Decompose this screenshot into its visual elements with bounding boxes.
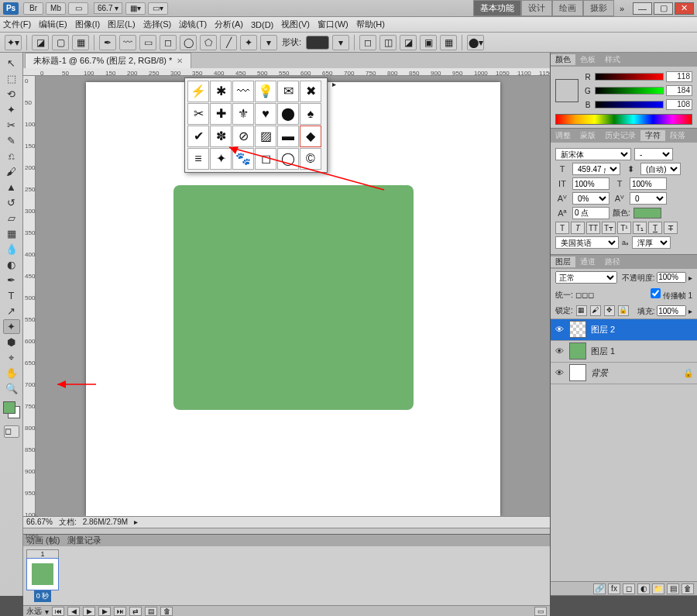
lock-transparency-icon[interactable]: ▦ (576, 305, 587, 316)
lock-all-icon[interactable]: 🔒 (618, 305, 629, 316)
font-style-select[interactable]: - (634, 148, 673, 160)
shape-preset-cell[interactable]: ✖ (300, 81, 321, 102)
r-slider[interactable] (595, 73, 664, 81)
visibility-toggle[interactable]: 👁 (554, 346, 565, 356)
superscript-button[interactable]: T¹ (617, 222, 631, 234)
layer-style-button[interactable]: fx (608, 583, 620, 594)
visibility-toggle[interactable]: 👁 (554, 325, 565, 334)
3d-camera-tool[interactable]: ⌖ (3, 350, 20, 365)
layer-row[interactable]: 👁 图层 1 (551, 341, 697, 363)
layer-name[interactable]: 图层 1 (591, 346, 615, 357)
timeline-mode-button[interactable]: ▭ (534, 607, 547, 616)
leading-input[interactable]: (自动) (640, 163, 681, 175)
strikethrough-button[interactable]: T̶ (664, 222, 678, 234)
shape-preset-cell[interactable]: ♥ (255, 103, 276, 125)
last-frame-button[interactable]: ⏭ (114, 607, 126, 616)
delete-frame-button[interactable]: 🗑 (160, 607, 173, 616)
propagate-checkbox[interactable]: 传播帧 1 (651, 288, 692, 301)
menu-image[interactable]: 图像(I) (75, 19, 100, 30)
small-caps-button[interactable]: Tᴛ (602, 222, 616, 234)
first-frame-button[interactable]: ⏮ (52, 607, 64, 616)
tab-adjustments[interactable]: 调整 (551, 130, 575, 141)
new-layer-button[interactable]: ▤ (667, 583, 679, 594)
tab-character[interactable]: 字符 (640, 130, 665, 141)
opacity-input[interactable] (657, 272, 686, 283)
tab-channels[interactable]: 通道 (575, 256, 600, 267)
tool-preset-picker[interactable]: ✦▾ (5, 35, 22, 50)
close-button[interactable]: ✕ (675, 2, 694, 15)
tab-history[interactable]: 历史记录 (600, 130, 640, 141)
shape-preset-cell[interactable]: ✱ (210, 81, 232, 102)
unify-position-icon[interactable]: ◻ (575, 291, 582, 299)
flyout-icon[interactable]: ▸ (332, 80, 336, 88)
history-brush-tool[interactable]: ↺ (3, 195, 20, 210)
blur-tool[interactable]: 💧 (3, 242, 20, 256)
crop-tool[interactable]: ✂ (3, 118, 20, 132)
horizontal-scrollbar[interactable] (23, 528, 550, 534)
maximize-button[interactable]: ▢ (654, 2, 673, 15)
underline-button[interactable]: T (648, 222, 662, 234)
zoom-selector[interactable]: 66.7 ▾ (94, 2, 122, 14)
group-button[interactable]: 📁 (652, 583, 664, 594)
shape-preset-cell[interactable]: ⬤ (277, 103, 299, 125)
antialias-select[interactable]: 浑厚 (632, 236, 671, 249)
workspace-tab-photography[interactable]: 摄影 (583, 0, 614, 16)
line-icon[interactable]: ╱ (220, 35, 237, 50)
fill-input[interactable] (657, 305, 686, 316)
quick-mask-button[interactable]: ◻ (4, 425, 19, 438)
loop-selector[interactable]: 永远 (26, 606, 42, 616)
document-tab[interactable]: 未标题-1 @ 66.7% (图层 2, RGB/8) * ✕ (25, 53, 191, 68)
minimize-button[interactable]: — (633, 2, 652, 15)
paths-mode[interactable]: ▢ (52, 35, 69, 50)
marquee-tool[interactable]: ⬚ (3, 71, 20, 86)
prev-frame-button[interactable]: ◀ (67, 607, 80, 616)
link-layers-button[interactable]: 🔗 (593, 583, 606, 594)
arrange-button[interactable]: ▭▾ (148, 2, 168, 15)
shape-layers-mode[interactable]: ◪ (32, 35, 49, 50)
hand-tool[interactable]: ✋ (3, 366, 20, 380)
close-icon[interactable]: ✕ (177, 57, 183, 65)
shape-preset-cell[interactable]: ⚡ (187, 81, 209, 102)
tab-layers[interactable]: 图层 (551, 256, 575, 267)
3d-tool[interactable]: ⬢ (3, 335, 20, 349)
freeform-pen-icon[interactable]: 〰 (119, 35, 136, 50)
layer-mask-button[interactable]: ◻ (623, 583, 635, 594)
path-combine-exclude[interactable]: ▦ (440, 35, 457, 50)
path-select-tool[interactable]: ↗ (3, 304, 20, 318)
layer-thumbnail[interactable] (569, 364, 586, 381)
status-docinfo[interactable]: 2.86M/2.79M (83, 518, 128, 526)
polygon-icon[interactable]: ⬠ (200, 35, 217, 50)
b-slider[interactable] (595, 101, 664, 108)
layer-row[interactable]: 👁 背景 🔒 (551, 363, 697, 384)
workspace-more[interactable]: » (614, 0, 630, 16)
path-combine-new[interactable]: ◻ (359, 35, 376, 50)
tab-measurement-log[interactable]: 测量记录 (67, 535, 101, 546)
ellipse-icon[interactable]: ◯ (180, 35, 197, 50)
blend-mode-select[interactable]: 正常 (555, 271, 617, 284)
shape-preset-cell[interactable]: ✂ (187, 103, 209, 125)
layer-thumbnail[interactable] (569, 342, 586, 360)
adjustment-layer-button[interactable]: ◐ (637, 583, 650, 594)
clone-stamp-tool[interactable]: ▲ (3, 180, 20, 194)
tab-swatches[interactable]: 色板 (575, 54, 600, 65)
status-arrow-icon[interactable]: ▸ (134, 518, 138, 526)
path-combine-intersect[interactable]: ▣ (420, 35, 437, 50)
shape-preset-cell[interactable]: ≡ (187, 148, 209, 170)
minibridge-button[interactable]: Mb (46, 2, 66, 15)
shape-preset-cell[interactable]: ✚ (210, 103, 232, 125)
frame-duration[interactable]: 0 秒 (34, 590, 52, 602)
pen-tool[interactable]: ✒ (3, 273, 20, 287)
tab-paragraph[interactable]: 段落 (665, 130, 690, 141)
menu-select[interactable]: 选择(S) (143, 19, 172, 30)
g-slider[interactable] (595, 87, 664, 95)
faux-bold-button[interactable]: T (555, 222, 569, 234)
quick-select-tool[interactable]: ✦ (3, 102, 20, 117)
text-color-swatch[interactable] (633, 208, 661, 219)
b-value[interactable]: 108 (666, 99, 692, 110)
rounded-rect-icon[interactable]: ◻ (160, 35, 177, 50)
workspace-tab-design[interactable]: 设计 (521, 0, 552, 16)
view-extra-button[interactable]: ▦▾ (125, 2, 146, 15)
play-button[interactable]: ▶ (83, 607, 95, 616)
horiz-scale-input[interactable] (630, 177, 667, 190)
shape-preset-cell[interactable]: ✔ (187, 126, 209, 147)
